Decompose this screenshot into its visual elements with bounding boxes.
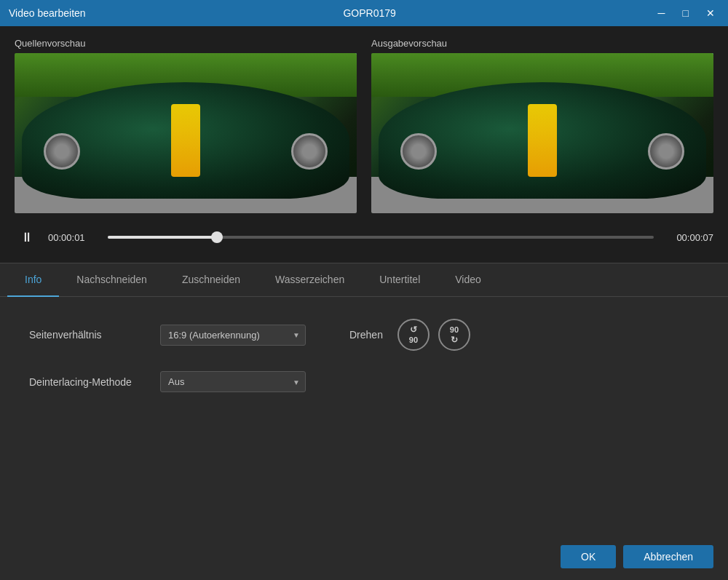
source-preview-label: Quellenvorschau: [15, 38, 357, 49]
tab-zuschneiden[interactable]: Zuschneiden: [165, 263, 258, 297]
deinterlacing-select[interactable]: Aus Bob Weave Blend: [160, 371, 306, 392]
preview-area: Quellenvorschau Ausgabevorschau: [15, 38, 713, 213]
rotate-right-button[interactable]: 90↻: [438, 319, 470, 351]
seitenverhaeltnis-row: Seitenverhältnis 16:9 (Autoerkennung) 4:…: [29, 319, 699, 351]
title-bar: Video bearbeiten GOPR0179 ─ □ ✕: [0, 0, 728, 26]
bottom-panel: Info Nachschneiden Zuschneiden Wasserzei…: [0, 263, 728, 434]
output-video-preview: [371, 53, 713, 213]
seitenverhaeltnis-select-wrapper: 16:9 (Autoerkennung) 4:3 1:1 16:9 21:9: [160, 325, 306, 346]
tab-info[interactable]: Info: [7, 263, 59, 297]
filename-title: GOPR0179: [343, 7, 395, 19]
restore-button[interactable]: □: [678, 7, 693, 20]
tab-nachschneiden[interactable]: Nachschneiden: [59, 263, 165, 297]
main-content: Quellenvorschau Ausgabevorschau: [0, 26, 728, 263]
seek-fill: [108, 236, 217, 239]
seitenverhaeltnis-select[interactable]: 16:9 (Autoerkennung) 4:3 1:1 16:9 21:9: [160, 325, 306, 346]
tab-wasserzeichen[interactable]: Wasserzeichen: [258, 263, 362, 297]
rotate-left-icon: ↺90: [409, 325, 418, 345]
close-button[interactable]: ✕: [702, 7, 719, 20]
seek-slider[interactable]: [108, 235, 654, 239]
output-preview-label: Ausgabevorschau: [371, 38, 713, 49]
seek-thumb[interactable]: [211, 231, 223, 243]
time-end: 00:00:07: [662, 232, 713, 243]
cancel-button[interactable]: Abbrechen: [623, 545, 713, 568]
ok-button[interactable]: OK: [561, 545, 616, 568]
deinterlacing-select-wrapper: Aus Bob Weave Blend: [160, 371, 306, 392]
deinterlacing-label: Deinterlacing-Methode: [29, 376, 160, 388]
tab-untertitel[interactable]: Untertitel: [362, 263, 438, 297]
output-preview-section: Ausgabevorschau: [371, 38, 713, 213]
drehen-label: Drehen: [349, 329, 383, 341]
source-preview-section: Quellenvorschau: [15, 38, 357, 213]
tabs: Info Nachschneiden Zuschneiden Wasserzei…: [0, 263, 728, 297]
playback-controls: ⏸ 00:00:01 00:00:07: [15, 221, 713, 254]
time-start: 00:00:01: [48, 232, 99, 243]
play-pause-button[interactable]: ⏸: [15, 228, 39, 247]
rotate-right-icon: 90↻: [450, 325, 459, 345]
app-title: Video bearbeiten: [9, 7, 86, 19]
seitenverhaeltnis-label: Seitenverhältnis: [29, 329, 160, 341]
tab-video[interactable]: Video: [438, 263, 499, 297]
footer: OK Abbrechen: [546, 533, 728, 580]
drehen-section: Drehen ↺90 90↻: [349, 319, 470, 351]
window-controls: ─ □ ✕: [654, 7, 719, 20]
tab-content: Seitenverhältnis 16:9 (Autoerkennung) 4:…: [0, 297, 728, 434]
source-video-preview: [15, 53, 357, 213]
minimize-button[interactable]: ─: [654, 7, 670, 20]
deinterlacing-row: Deinterlacing-Methode Aus Bob Weave Blen…: [29, 371, 699, 392]
rotate-left-button[interactable]: ↺90: [397, 319, 430, 351]
